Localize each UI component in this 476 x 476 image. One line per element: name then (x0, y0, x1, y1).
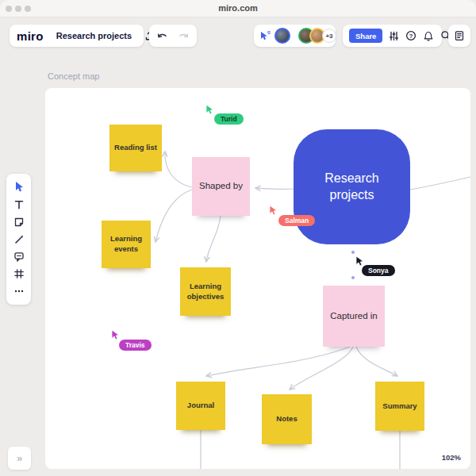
node-learning-events[interactable]: Learning events (102, 221, 151, 268)
connector-capturedin-journal (206, 347, 350, 376)
node-captured-in[interactable]: Captured in (323, 286, 385, 347)
frame-tool[interactable] (12, 267, 26, 281)
text-icon (13, 199, 25, 210)
help-button[interactable]: ? (405, 30, 416, 41)
node-journal[interactable]: Journal (176, 382, 225, 430)
cursor-icon (110, 329, 121, 341)
undo-button[interactable] (156, 31, 168, 40)
browser-titlebar: miro.com (0, 0, 476, 17)
chevrons-right-icon: » (17, 452, 22, 464)
node-reading-list[interactable]: Reading list (109, 125, 162, 171)
connector-shapedby-learningobjectives (206, 216, 221, 262)
pen-icon (13, 234, 25, 245)
follow-cursor-icon[interactable] (259, 30, 271, 41)
cursor-name-tag: Travis (119, 340, 152, 351)
presence-overflow-badge[interactable]: +3 (322, 29, 336, 43)
frame-icon (13, 268, 25, 279)
board-header-pill: miro Research projects (10, 25, 144, 47)
node-summary[interactable]: Summary (375, 382, 424, 431)
minimap-expand-button[interactable]: » (8, 447, 31, 470)
ellipsis-icon (13, 289, 25, 294)
cursor-icon (205, 104, 216, 116)
cursor-icon (268, 205, 279, 217)
node-shaped-by[interactable]: Shaped by (192, 157, 250, 216)
share-button[interactable]: Share (349, 29, 382, 43)
bell-icon (423, 30, 434, 41)
board-settings-button[interactable] (389, 31, 399, 41)
collaborator-cursor-turid: Turid (205, 104, 216, 119)
tool-palette (6, 174, 31, 305)
avatar[interactable] (274, 28, 290, 44)
connector-shapedby-learningevents (155, 190, 192, 242)
node-notes[interactable]: Notes (262, 394, 312, 444)
select-tool[interactable] (12, 180, 26, 194)
node-research-projects[interactable]: Research projects (294, 129, 410, 244)
svg-text:?: ? (409, 33, 413, 40)
help-icon: ? (405, 30, 416, 41)
sticky-note-tool[interactable] (12, 215, 26, 229)
connector-shapedby-readinglist (165, 152, 192, 187)
sliders-icon (389, 31, 399, 41)
notifications-button[interactable] (423, 30, 434, 41)
collaborator-cursor-sonya: Sonya (355, 255, 366, 271)
redo-icon (178, 31, 190, 40)
cursor-name-tag: Turid (214, 113, 244, 125)
document-icon (454, 30, 465, 41)
undo-icon (156, 31, 168, 40)
connector-research-offcanvas (410, 177, 470, 190)
board-canvas[interactable]: Research projects Shaped by Captured in … (45, 88, 470, 469)
miro-logo[interactable]: miro (17, 29, 44, 43)
collaborator-cursor-travis: Travis (110, 329, 121, 344)
pointer-icon (13, 181, 25, 193)
pen-tool[interactable] (12, 232, 26, 247)
history-pill (149, 25, 197, 47)
connector-capturedin-notes (290, 347, 353, 390)
board-notes-button[interactable] (454, 30, 465, 41)
connector-research-shapedby (255, 188, 294, 189)
notes-pill (448, 25, 470, 47)
text-tool[interactable] (12, 198, 26, 212)
sticky-note-icon (13, 217, 25, 228)
cursor-name-tag: Sonya (362, 265, 395, 276)
redo-button[interactable] (178, 31, 190, 40)
comment-tool[interactable] (12, 249, 26, 263)
more-tools-button[interactable] (12, 284, 26, 298)
node-learning-objectives[interactable]: Learning objectives (180, 267, 231, 316)
zoom-level[interactable]: 102% (442, 453, 461, 462)
connector-capturedin-summary (356, 347, 397, 376)
frame-title[interactable]: Concept map (48, 71, 99, 81)
board-name[interactable]: Research projects (56, 31, 132, 40)
presence-pill: +3 (254, 25, 336, 47)
collaborator-cursor-salman: Salman (268, 205, 279, 220)
page-title: miro.com (0, 3, 476, 13)
cursor-name-tag: Salman (278, 215, 315, 226)
actions-pill: Share ? (343, 25, 442, 47)
comment-icon (13, 251, 25, 262)
